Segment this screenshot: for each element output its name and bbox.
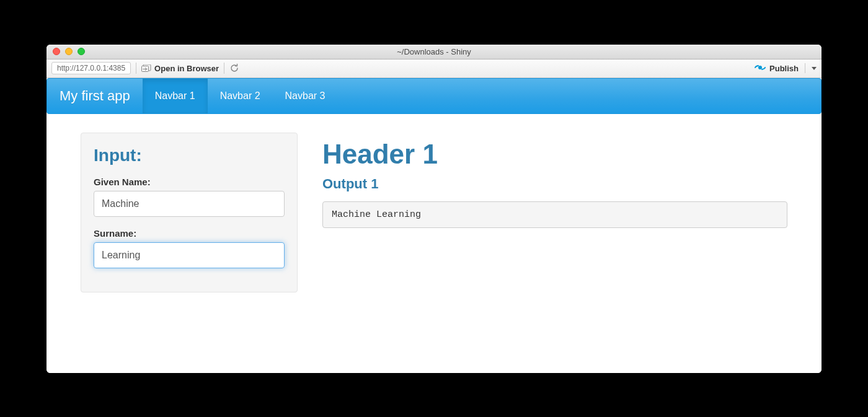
given-name-label: Given Name: [94,177,285,187]
app-window: ~/Downloads - Shiny http://127.0.0.1:438… [46,45,822,373]
main-panel: Header 1 Output 1 Machine Learning [322,133,787,292]
publish-label: Publish [769,64,799,73]
toolbar-separator [805,63,805,73]
nav-tab-3[interactable]: Navbar 3 [273,79,338,113]
open-in-browser-button[interactable]: Open in Browser [141,64,219,73]
traffic-lights [46,48,85,55]
nav-tab-1[interactable]: Navbar 1 [143,79,208,113]
caret-down-icon [812,67,817,70]
given-name-group: Given Name: [94,177,285,217]
surname-input[interactable] [94,242,285,268]
nav-tab-2[interactable]: Navbar 2 [208,79,273,113]
refresh-button[interactable] [229,63,239,73]
nav-tabs: Navbar 1 Navbar 2 Navbar 3 [143,79,338,113]
app-body: My first app Navbar 1 Navbar 2 Navbar 3 … [46,78,822,373]
sidebar-title: Input: [94,146,285,165]
surname-label: Surname: [94,228,285,239]
page-container: Input: Given Name: Surname: Header 1 Out… [46,114,822,311]
close-window-button[interactable] [53,48,60,55]
surname-group: Surname: [94,228,285,268]
toolbar: http://127.0.0.1:4385 Open in Browser [46,59,822,78]
publish-button[interactable]: Publish [755,63,817,74]
output-value: Machine Learning [322,201,787,228]
output-label: Output 1 [322,176,787,192]
given-name-input[interactable] [94,191,285,217]
url-display[interactable]: http://127.0.0.1:4385 [51,62,131,74]
publish-icon [755,63,766,74]
sidebar-panel: Input: Given Name: Surname: [81,133,298,292]
window-title: ~/Downloads - Shiny [46,47,822,56]
zoom-window-button[interactable] [78,48,85,55]
navbar: My first app Navbar 1 Navbar 2 Navbar 3 [46,78,822,114]
toolbar-separator [224,63,224,74]
browser-icon [141,64,151,72]
open-in-browser-label: Open in Browser [154,64,219,73]
navbar-brand[interactable]: My first app [47,79,143,113]
minimize-window-button[interactable] [65,48,73,55]
page-header: Header 1 [322,139,787,170]
svg-point-1 [758,66,762,69]
toolbar-separator [136,63,136,74]
titlebar: ~/Downloads - Shiny [46,45,822,59]
